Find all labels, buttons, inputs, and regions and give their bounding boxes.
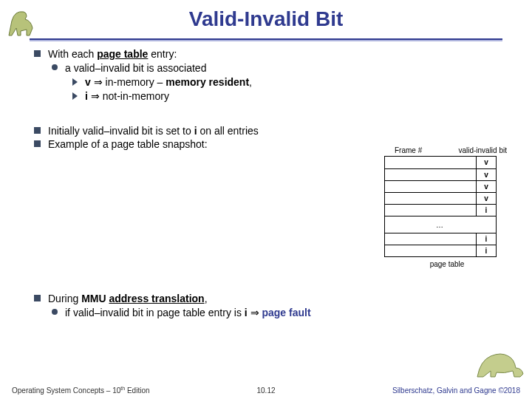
bullet-page-fault: if valid–invalid bit in page table entry… xyxy=(52,306,498,320)
bit-cell: i xyxy=(477,245,496,256)
bullet-assoc: a valid–invalid bit is associated xyxy=(52,61,498,75)
footer-copyright: Silberschatz, Galvin and Gagne ©2018 xyxy=(392,386,520,395)
dinosaur-icon xyxy=(474,346,526,380)
figure-caption: page table xyxy=(384,260,510,268)
col-header-bit: valid-invalid bit xyxy=(458,146,507,154)
bit-cell: v xyxy=(477,157,496,168)
table-row: i xyxy=(385,233,496,245)
square-bullet-icon xyxy=(34,50,41,57)
table-row: v xyxy=(385,180,496,192)
text: in-memory – xyxy=(106,76,166,88)
text: During xyxy=(48,293,81,304)
table-row: v xyxy=(385,157,496,168)
keyword-page-fault: page fault xyxy=(262,307,310,318)
text-v: v xyxy=(85,76,91,88)
text: not-in-memory xyxy=(103,90,169,102)
slide-title: Valid-Invalid Bit xyxy=(0,7,532,31)
square-bullet-icon xyxy=(34,295,41,301)
bullet-during-mmu: During MMU address translation, xyxy=(34,292,498,306)
bullet-with-each: With each page table entry: xyxy=(34,47,498,61)
title-rule xyxy=(30,38,502,41)
square-bullet-icon xyxy=(34,127,41,134)
bullet-i-notinmemory: i ⇒ not-in-memory xyxy=(72,89,498,103)
triangle-bullet-icon xyxy=(72,92,78,100)
bullet-v-inmemory: v ⇒ in-memory – memory resident, xyxy=(72,75,498,89)
footer: Operating System Concepts – 10th Edition… xyxy=(0,381,532,395)
bullet-initially: Initially valid–invalid bit is set to i … xyxy=(34,124,498,138)
triangle-bullet-icon xyxy=(72,78,78,86)
page-table-grid: v v v v i … i i xyxy=(384,156,497,257)
implies-icon: ⇒ xyxy=(88,90,103,102)
bit-cell: v xyxy=(477,169,496,180)
table-row: i xyxy=(385,204,496,216)
text: if valid–invalid bit in page table entry… xyxy=(65,307,245,318)
keyword-mmu: MMU xyxy=(81,293,106,304)
dot-bullet-icon xyxy=(52,64,58,70)
text: Initially valid–invalid bit is set to xyxy=(48,125,194,137)
text: Example of a page table snapshot: xyxy=(48,137,208,151)
text: , xyxy=(249,76,252,88)
bit-cell: i xyxy=(477,205,496,216)
bit-cell: v xyxy=(477,193,496,204)
implies-icon: ⇒ xyxy=(91,76,106,88)
keyword-page-table: page table xyxy=(97,48,148,60)
slide: Valid-Invalid Bit With each page table e… xyxy=(0,0,532,399)
keyword-memory-resident: memory resident xyxy=(166,76,249,88)
text: , xyxy=(205,293,208,304)
bit-cell: i xyxy=(477,233,496,245)
table-row: v xyxy=(385,192,496,204)
table-row: v xyxy=(385,168,496,180)
implies-icon: ⇒ xyxy=(248,307,262,318)
table-row: i xyxy=(385,245,496,256)
text: entry: xyxy=(148,48,177,60)
col-header-frame: Frame # xyxy=(395,146,422,154)
page-table-figure: Frame # valid-invalid bit v v v v i … i … xyxy=(384,146,510,268)
ellipsis-row: … xyxy=(385,216,496,233)
keyword-address-translation: address translation xyxy=(109,293,204,304)
dot-bullet-icon xyxy=(52,309,58,315)
square-bullet-icon xyxy=(34,140,41,147)
text: a valid–invalid bit is associated xyxy=(65,61,206,75)
text: on all entries xyxy=(197,125,259,137)
text: With each xyxy=(48,48,97,60)
bit-cell: v xyxy=(477,181,496,192)
